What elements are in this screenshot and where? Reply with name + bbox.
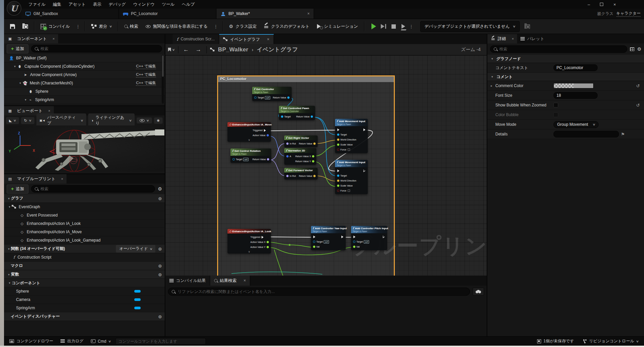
browse-asset-button[interactable] [20,22,31,31]
pin-exec-out[interactable] [341,236,343,238]
pin-in-rot[interactable] [286,142,289,145]
pin-action-value-y[interactable] [267,246,269,248]
menu-view[interactable]: 表示 [89,0,105,9]
variables-section-header[interactable]: ▾ 変数 ⊕ [4,270,165,279]
breadcrumb-root[interactable]: BP_Walker [218,46,249,53]
node-collapse-chevron-icon[interactable]: ∨ [227,251,271,254]
pin-exec-in[interactable] [353,236,355,238]
show-bubble-checkbox[interactable] [553,103,558,107]
functions-section-header[interactable]: ▾ 関数 (34 オーバーライド可能) オーバーライド ∨ ⊕ [4,245,165,253]
tree-row-capsule-component[interactable]: ▾ ⬮ Capsule Component (CollisionCylinder… [4,62,165,71]
tab-close-icon[interactable]: × [244,278,246,283]
my-blueprint-tab-close-icon[interactable]: × [61,177,63,181]
force-checkbox[interactable] [348,148,350,151]
pin-action-value[interactable] [267,134,269,136]
tree-row-bp-walker-self[interactable]: 👤 BP_Walker (Self) [4,54,165,62]
pin-return-value[interactable] [313,142,316,145]
flag-icon[interactable]: ⚑ [621,132,625,137]
compile-button[interactable]: ✓ コンパイル [38,22,72,31]
node-collapse-chevron-icon[interactable]: ∨ [227,139,271,142]
color-bubble-checkbox[interactable] [553,112,558,117]
components-search[interactable] [31,45,162,52]
tab-close-icon[interactable]: × [307,11,310,16]
viewport-3d-view[interactable]: Z X Y [4,125,165,171]
tree-row-sphere[interactable]: ⬮ Sphere [4,87,165,96]
event-ia-move-row[interactable]: ◇ EnhancedInputAction IA_Move [4,228,165,236]
tab-bp-walker[interactable]: BP_Walker* × [216,9,314,19]
pin-exec-in[interactable] [313,236,315,238]
add-macro-icon[interactable]: ⊕ [158,263,162,269]
dispatchers-section-header[interactable]: イベントディスパッチャー ⊕ [4,312,165,321]
menu-file[interactable]: ファイル [25,0,49,9]
my-blueprint-search[interactable] [31,185,155,193]
node-get-control-rotation[interactable]: fGet Control Rotation Target is Pawn Tar… [230,148,271,163]
components-scrollbar[interactable] [162,55,164,103]
display-options-grid-icon[interactable] [630,47,634,51]
pin-world-direction[interactable] [337,138,339,141]
comment-text-input[interactable] [553,64,598,71]
pin-action-value-x[interactable] [267,241,269,243]
details-text-input[interactable] [553,131,619,137]
event-possessed-row[interactable]: ◇ Event Possessed [4,211,165,220]
node-add-controller-yaw-input[interactable]: fAdd Controller Yaw Input Target is Pawn… [311,226,346,250]
pin-return-value[interactable] [267,158,269,160]
nav-forward-button[interactable]: → [194,47,203,52]
pin-target[interactable] [337,133,339,136]
details-search[interactable] [490,45,627,53]
pin-triggered-exec[interactable] [264,129,266,132]
event-graph-row[interactable]: ▾ EventGraph [4,203,165,211]
maximize-button[interactable] [600,3,603,6]
details-search-input[interactable] [499,47,624,51]
pin-a[interactable] [286,155,289,157]
menu-asset[interactable]: アセット [65,0,89,9]
tree-row-mesh-component[interactable]: ▾ 👻 Mesh (CharacterMesh0) C++ で編集 [4,79,165,87]
pin-val[interactable] [313,246,315,248]
find-button[interactable]: 検索 [122,22,141,31]
stop-button[interactable] [391,24,396,29]
details-tab-close-icon[interactable]: × [512,37,514,41]
construction-script-row[interactable]: f Construction Script [4,253,165,262]
output-log-button[interactable]: 出力ログ [58,337,86,345]
parent-class-link[interactable]: キャラクター [616,11,641,17]
pin-force[interactable] [337,148,339,151]
comment-section-header[interactable]: ▾ コメント [487,73,644,81]
my-blueprint-add-button[interactable]: + 追加 [7,185,28,194]
pin-return-value[interactable] [311,115,313,118]
pin-force[interactable] [337,190,339,192]
node-get-controlled-pawn[interactable]: fGet Controlled Pawn Target is Controlle… [279,106,315,120]
viewport-transform-button[interactable]: ↻∨ [21,117,34,124]
simulation-button[interactable]: シミュレーション [314,22,361,31]
frame-skip-button[interactable] [381,24,386,29]
caret-down-icon[interactable]: ▾ [7,205,12,209]
find-in-blueprints-button[interactable] [473,288,484,296]
find-results-search-input[interactable] [178,289,466,294]
play-button[interactable] [371,23,376,29]
pin-return-value[interactable] [313,175,316,177]
debug-browse-button[interactable] [522,22,533,31]
viewport-select-mode-button[interactable]: ◣∨ [6,117,19,124]
pin-world-direction[interactable] [337,180,339,182]
node-get-right-vector[interactable]: fGet Right Vector In Rot Return Value [284,135,318,147]
components-category-row[interactable]: ▾ コンポーネント [4,279,165,287]
move-mode-dropdown[interactable]: Group Movement ∨ [553,121,599,128]
pin-exec-out[interactable] [363,169,365,172]
tab-close-icon[interactable]: × [267,37,269,42]
tree-row-springarm[interactable]: ▾ ⌁ SpringArm [4,96,165,104]
add-dispatcher-icon[interactable]: ⊕ [158,314,162,319]
add-graph-icon[interactable]: ⊕ [158,196,162,201]
hide-unrelated-kebab[interactable]: ⋮ [212,23,219,30]
class-defaults-button[interactable]: クラスのデフォルト [261,22,312,31]
revision-control-dropdown[interactable]: リビジョンコントロール ∨ [580,337,641,345]
bookmarks-dropdown[interactable]: ∨ [168,48,175,52]
details-tab[interactable]: 詳細 × [487,34,517,43]
pin-exec-in[interactable] [337,169,339,172]
caret-down-icon[interactable]: ▾ [13,65,17,68]
pin-exec-out[interactable] [383,236,385,238]
viewport-tab-close-icon[interactable]: × [48,109,50,113]
save-button[interactable] [7,22,18,31]
variable-camera-row[interactable]: Camera [4,296,165,304]
pin-exec-in[interactable] [337,128,339,131]
pin-scale-value[interactable] [337,185,339,187]
details-settings-gear-icon[interactable]: ⚙ [637,47,641,51]
pin-target[interactable] [313,241,315,243]
